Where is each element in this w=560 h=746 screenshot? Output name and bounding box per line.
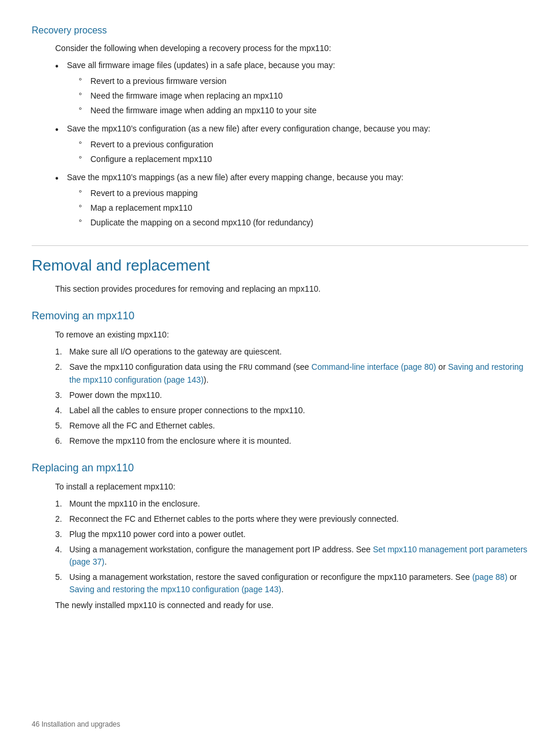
bullet-text: Save all firmware image files (updates) …	[67, 60, 335, 70]
list-item: Save the mpx110’s mappings (as a new fil…	[55, 171, 528, 229]
replacing-closing: The newly installed mpx110 is connected …	[55, 599, 528, 612]
list-item: Using a management workstation, configur…	[55, 544, 528, 568]
list-item: Map a replacement mpx110	[79, 202, 528, 214]
list-item: Reconnect the FC and Ethernet cables to …	[55, 513, 528, 525]
step-text: Power down the mpx110.	[69, 390, 162, 400]
step-text: Make sure all I/O operations to the gate…	[69, 347, 282, 356]
list-item: Revert to a previous mapping	[79, 187, 528, 200]
step-text: Save the mpx110 configuration data using…	[69, 362, 524, 384]
list-item: Plug the mpx110 power cord into a power …	[55, 528, 528, 541]
sub-bullet-text: Need the firmware image when replacing a…	[90, 91, 283, 100]
list-item: Need the firmware image when replacing a…	[79, 90, 528, 102]
replacing-intro: To install a replacement mpx110:	[55, 481, 528, 493]
link-set-mpx[interactable]: Set mpx110 management port parameters (p…	[69, 545, 527, 566]
replacing-heading: Replacing an mpx110	[32, 460, 528, 476]
removing-heading: Removing an mpx110	[32, 308, 528, 324]
list-item: Duplicate the mapping on a second mpx110…	[79, 217, 528, 229]
code-fru: FRU	[239, 363, 252, 372]
recovery-process-heading: Recovery process	[32, 23, 528, 38]
list-item: Make sure all I/O operations to the gate…	[55, 346, 528, 358]
sub-bullet-list: Revert to a previous firmware version Ne…	[79, 75, 528, 117]
list-item: Save the mpx110 configuration data using…	[55, 361, 528, 386]
list-item: Save all firmware image files (updates) …	[55, 59, 528, 117]
sub-bullet-list: Revert to a previous mapping Map a repla…	[79, 187, 528, 229]
step-text: Remove all the FC and Ethernet cables.	[69, 421, 215, 430]
sub-bullet-list: Revert to a previous configuration Confi…	[79, 139, 528, 166]
removal-replacement-heading: Removal and replacement	[32, 245, 528, 277]
sub-bullet-text: Revert to a previous configuration	[90, 140, 213, 149]
list-item: Revert to a previous firmware version	[79, 75, 528, 87]
link-cli[interactable]: Command-line interface (page 80)	[312, 362, 436, 372]
step-text: Reconnect the FC and Ethernet cables to …	[69, 514, 399, 524]
step-text: Remove the mpx110 from the enclosure whe…	[69, 436, 291, 445]
list-item: Label all the cables to ensure proper co…	[55, 404, 528, 417]
list-item: Configure a replacement mpx110	[79, 153, 528, 166]
sub-bullet-text: Need the firmware image when adding an m…	[90, 106, 316, 115]
bullet-text: Save the mpx110’s configuration (as a ne…	[67, 124, 430, 133]
step-text: Label all the cables to ensure proper co…	[69, 406, 305, 415]
sub-bullet-text: Revert to a previous mapping	[90, 188, 198, 198]
list-item: Remove the mpx110 from the enclosure whe…	[55, 435, 528, 447]
list-item: Need the firmware image when adding an m…	[79, 104, 528, 117]
list-item: Remove all the FC and Ethernet cables.	[55, 420, 528, 432]
removal-replacement-intro: This section provides procedures for rem…	[55, 283, 528, 295]
removing-steps-list: Make sure all I/O operations to the gate…	[55, 346, 528, 447]
sub-bullet-text: Revert to a previous firmware version	[90, 76, 227, 86]
step-text: Using a management workstation, restore …	[69, 572, 517, 594]
page: Recovery process Consider the following …	[0, 0, 560, 746]
sub-bullet-text: Duplicate the mapping on a second mpx110…	[90, 218, 313, 227]
list-item: Revert to a previous configuration	[79, 139, 528, 151]
step-text: Plug the mpx110 power cord into a power …	[69, 529, 245, 539]
link-saving-restoring[interactable]: Saving and restoring the mpx110 configur…	[69, 585, 281, 594]
recovery-intro: Consider the following when developing a…	[55, 42, 528, 55]
list-item: Power down the mpx110.	[55, 389, 528, 401]
link-page88[interactable]: (page 88)	[472, 572, 507, 582]
bullet-text: Save the mpx110’s mappings (as a new fil…	[67, 173, 403, 182]
removing-intro: To remove an existing mpx110:	[55, 329, 528, 341]
sub-bullet-text: Configure a replacement mpx110	[90, 154, 212, 164]
replacing-steps-list: Mount the mpx110 in the enclosure. Recon…	[55, 498, 528, 596]
step-text: Using a management workstation, configur…	[69, 545, 527, 566]
link-saving[interactable]: Saving and restoring the mpx110 configur…	[69, 362, 524, 384]
recovery-bullet-list: Save all firmware image files (updates) …	[55, 59, 528, 229]
page-footer: 46 Installation and upgrades	[32, 719, 120, 730]
list-item: Save the mpx110’s configuration (as a ne…	[55, 123, 528, 166]
list-item: Using a management workstation, restore …	[55, 571, 528, 596]
step-text: Mount the mpx110 in the enclosure.	[69, 499, 200, 508]
list-item: Mount the mpx110 in the enclosure.	[55, 498, 528, 510]
sub-bullet-text: Map a replacement mpx110	[90, 203, 193, 212]
